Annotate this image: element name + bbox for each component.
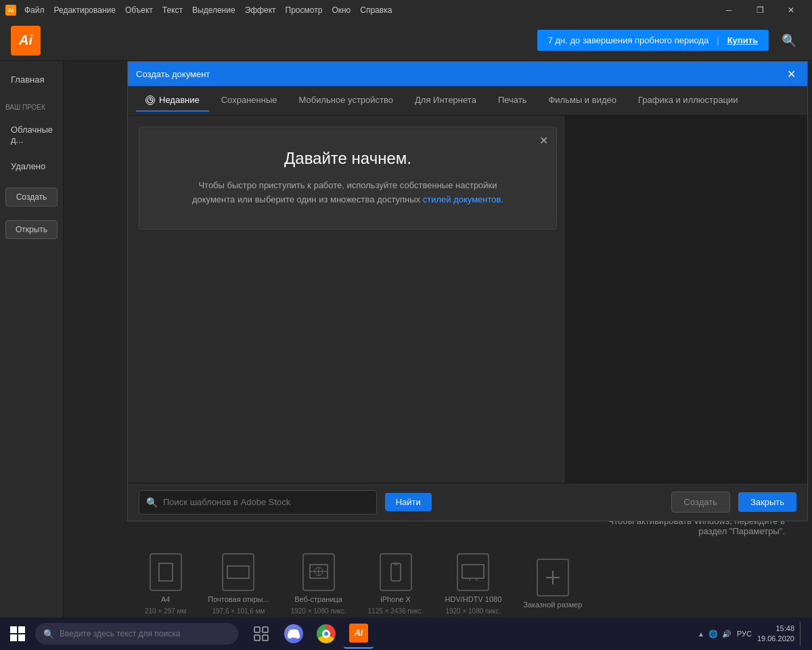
illustrator-taskbar-icon: Ai [349,624,368,643]
tab-graphics[interactable]: Графика и иллюстрации [629,89,747,112]
taskbar-app-illustrator[interactable]: Ai [344,619,374,649]
dialog-close-button[interactable]: ✕ [783,66,799,82]
taskbar-search-bar[interactable]: 🔍 [35,623,238,645]
taskbar-app-taskview[interactable] [246,619,276,649]
tab-saved[interactable]: Сохраненные [212,89,287,112]
keyboard-language[interactable]: РУС [737,630,752,638]
menu-help[interactable]: Справка [360,5,392,15]
svg-rect-0 [159,563,173,581]
title-bar: Ai Файл Редактирование Объект Текст Выде… [0,0,812,20]
taskbar-app-discord[interactable] [279,619,309,649]
welcome-popup: ✕ Давайте начнем. Чтобы быстро приступит… [139,127,557,230]
preset-web-icon [302,553,335,591]
close-window-button[interactable]: ✕ [775,0,807,20]
create-document-dialog: Создать документ ✕ Недавние Сохраненные … [127,61,808,521]
content-area: A4 210 × 297 мм Почтовая откры... 197,6 … [64,61,812,618]
windows-logo-icon [10,626,25,641]
buy-link[interactable]: Купить [727,35,758,45]
preset-postcard-sublabel: 197,6 × 101,6 мм [212,607,265,615]
tray-sound-icon: 🔊 [722,630,731,638]
sidebar-item-cloud[interactable]: Облачные д... [5,122,58,148]
menu-object[interactable]: Объект [125,5,153,15]
preset-a4-icon [150,553,182,591]
menu-bar: Файл Редактирование Объект Текст Выделен… [24,5,392,15]
preset-custom-label: Заказной размер [523,601,582,609]
create-button[interactable]: Создать [5,188,58,207]
create-dialog-button[interactable]: Создать [671,492,730,513]
svg-rect-6 [391,563,401,581]
sidebar-item-home[interactable]: Главная [5,72,58,87]
welcome-text: Чтобы быстро приступить к работе, исполь… [166,179,529,207]
menu-text[interactable]: Текст [162,5,183,15]
menu-file[interactable]: Файл [24,5,45,15]
preset-postcard[interactable]: Почтовая откры... 197,6 × 101,6 мм [208,553,269,615]
preset-iphone-label: iPhone X [380,595,411,603]
preset-a4-label: A4 [161,595,170,603]
dialog-tabs: Недавние Сохраненные Мобильное устройств… [128,86,807,116]
menu-edit[interactable]: Редактирование [54,5,116,15]
preset-postcard-icon [222,553,254,591]
app-header: Ai 7 дн. до завершения пробного периода … [0,20,812,61]
preset-custom-icon [537,559,569,597]
chrome-icon [317,624,336,643]
preset-web-sublabel: 1920 × 1080 пикс. [291,607,346,615]
open-button[interactable]: Открыть [5,220,58,239]
system-clock[interactable]: 15:48 19.06.2020 [757,624,794,645]
preset-a4[interactable]: A4 210 × 297 мм [145,553,186,615]
preset-web-label: Веб-страница [294,595,342,603]
taskbar-search-input[interactable] [60,629,230,638]
window-controls: ─ ❐ ✕ [713,0,807,20]
preset-hdtv-sublabel: 1920 × 1080 пикс. [445,607,501,615]
clock-icon [145,95,155,105]
preset-iphone-icon [380,553,412,591]
search-input[interactable] [163,497,369,507]
tab-mobile[interactable]: Мобильное устройство [290,89,403,112]
tab-internet[interactable]: Для Интернета [405,89,486,112]
preset-hdtv-icon [457,553,489,591]
menu-view[interactable]: Просмотр [286,5,323,15]
svg-rect-1 [227,566,249,578]
search-button[interactable]: 🔍 [777,28,801,53]
taskbar-apps: Ai [246,619,374,649]
trial-banner: 7 дн. до завершения пробного периода | К… [537,30,769,51]
preset-custom[interactable]: Заказной размер [523,559,582,609]
app-icon-small: Ai [5,5,16,16]
show-desktop-button[interactable] [800,622,804,646]
sidebar-section-label: ВАШ ПРОЕК [5,104,58,111]
preset-hdtv-label: HDV/HDTV 1080 [445,595,502,603]
sidebar-item-deleted[interactable]: Удалено [5,158,58,174]
maximize-button[interactable]: ❐ [744,0,775,20]
tab-print[interactable]: Печать [489,89,537,112]
minimize-button[interactable]: ─ [713,0,744,20]
title-bar-left: Ai Файл Редактирование Объект Текст Выде… [5,5,392,16]
dialog-body: ✕ Давайте начнем. Чтобы быстро приступит… [128,116,807,483]
search-icon: 🔍 [146,497,158,508]
tray-arrow[interactable]: ▲ [698,630,704,638]
taskbar-right: ▲ 🌐 🔊 РУС 15:48 19.06.2020 [698,622,809,646]
preset-web[interactable]: Веб-страница 1920 × 1080 пикс. [291,553,346,615]
tab-film-video[interactable]: Фильмы и видео [539,89,625,112]
welcome-close-button[interactable]: ✕ [539,134,548,147]
start-button[interactable] [3,619,32,649]
trial-separator: | [717,35,719,45]
taskbar-search-icon: 🔍 [43,629,54,639]
svg-rect-18 [254,635,260,641]
close-dialog-button[interactable]: Закрыть [738,492,796,512]
menu-window[interactable]: Окно [332,5,351,15]
tray-network-icon: 🌐 [708,630,718,638]
template-search-bar: 🔍 [139,490,377,515]
preset-hdtv[interactable]: HDV/HDTV 1080 1920 × 1080 пикс. [445,553,502,615]
dialog-title: Создать документ [136,69,210,79]
taskbar-app-chrome[interactable] [311,619,341,649]
preset-iphone[interactable]: iPhone X 1125 × 2436 пикс. [368,553,424,615]
trial-text: 7 дн. до завершения пробного периода [548,35,709,45]
tab-recent[interactable]: Недавние [136,89,209,112]
preset-iphone-sublabel: 1125 × 2436 пикс. [368,607,424,615]
discord-icon [284,624,303,643]
find-button[interactable]: Найти [385,493,432,511]
menu-select[interactable]: Выделение [192,5,235,15]
menu-effect[interactable]: Эффект [245,5,276,15]
document-styles-link[interactable]: стилей документов. [423,194,503,204]
dialog-title-bar: Создать документ ✕ [128,62,807,86]
preset-icons-bar: A4 210 × 297 мм Почтовая откры... 197,6 … [64,550,812,618]
